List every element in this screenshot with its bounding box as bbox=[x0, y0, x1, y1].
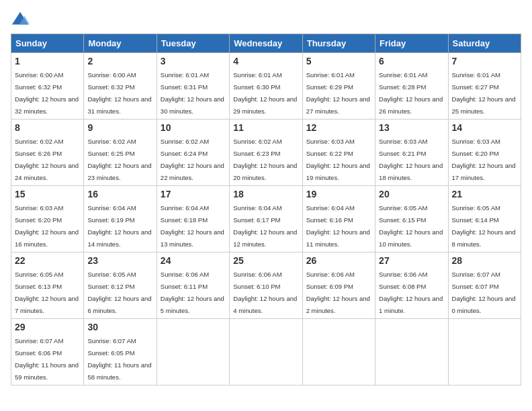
calendar-week-row: 29Sunrise: 6:07 AMSunset: 6:06 PMDayligh… bbox=[11, 319, 521, 385]
day-info: Sunrise: 6:06 AMSunset: 6:08 PMDaylight:… bbox=[379, 271, 443, 314]
day-number: 3 bbox=[161, 56, 226, 66]
day-number: 17 bbox=[161, 189, 226, 199]
calendar-week-row: 22Sunrise: 6:05 AMSunset: 6:13 PMDayligh… bbox=[11, 253, 521, 319]
calendar-week-row: 15Sunrise: 6:03 AMSunset: 6:20 PMDayligh… bbox=[11, 186, 521, 253]
calendar-table: SundayMondayTuesdayWednesdayThursdayFrid… bbox=[11, 34, 521, 385]
day-number: 22 bbox=[15, 255, 80, 266]
day-number: 2 bbox=[87, 56, 152, 66]
day-info: Sunrise: 6:02 AMSunset: 6:26 PMDaylight:… bbox=[15, 138, 79, 181]
calendar-cell: 4Sunrise: 6:01 AMSunset: 6:30 PMDaylight… bbox=[230, 53, 302, 120]
day-info: Sunrise: 6:02 AMSunset: 6:24 PMDaylight:… bbox=[161, 138, 224, 181]
calendar-cell: 25Sunrise: 6:06 AMSunset: 6:10 PMDayligh… bbox=[230, 253, 302, 319]
day-info: Sunrise: 6:02 AMSunset: 6:25 PMDaylight:… bbox=[87, 138, 151, 181]
day-info: Sunrise: 6:04 AMSunset: 6:17 PMDaylight:… bbox=[233, 204, 297, 248]
calendar-cell bbox=[448, 319, 521, 385]
day-number: 18 bbox=[233, 189, 298, 199]
calendar-cell: 1Sunrise: 6:00 AMSunset: 6:32 PMDaylight… bbox=[11, 53, 84, 120]
day-number: 30 bbox=[87, 322, 152, 332]
calendar-cell: 10Sunrise: 6:02 AMSunset: 6:24 PMDayligh… bbox=[157, 120, 229, 186]
calendar-cell bbox=[230, 319, 302, 385]
day-info: Sunrise: 6:03 AMSunset: 6:20 PMDaylight:… bbox=[15, 204, 79, 248]
calendar-cell: 29Sunrise: 6:07 AMSunset: 6:06 PMDayligh… bbox=[11, 319, 84, 385]
calendar-header-row: SundayMondayTuesdayWednesdayThursdayFrid… bbox=[11, 34, 521, 53]
calendar-day-header: Friday bbox=[375, 34, 448, 53]
calendar-week-row: 8Sunrise: 6:02 AMSunset: 6:26 PMDaylight… bbox=[11, 120, 521, 186]
day-number: 1 bbox=[15, 56, 80, 66]
calendar-cell: 2Sunrise: 6:00 AMSunset: 6:32 PMDaylight… bbox=[84, 53, 157, 120]
day-number: 7 bbox=[452, 56, 517, 66]
day-info: Sunrise: 6:06 AMSunset: 6:10 PMDaylight:… bbox=[233, 271, 297, 314]
day-number: 25 bbox=[233, 255, 298, 266]
day-number: 4 bbox=[233, 56, 298, 66]
calendar-day-header: Monday bbox=[84, 34, 157, 53]
calendar-cell: 23Sunrise: 6:05 AMSunset: 6:12 PMDayligh… bbox=[84, 253, 157, 319]
day-info: Sunrise: 6:06 AMSunset: 6:09 PMDaylight:… bbox=[306, 271, 370, 314]
day-number: 12 bbox=[306, 122, 371, 133]
day-info: Sunrise: 6:05 AMSunset: 6:15 PMDaylight:… bbox=[379, 204, 443, 248]
day-number: 8 bbox=[15, 122, 80, 133]
calendar-cell: 27Sunrise: 6:06 AMSunset: 6:08 PMDayligh… bbox=[375, 253, 448, 319]
day-number: 20 bbox=[379, 189, 444, 199]
day-number: 23 bbox=[87, 255, 152, 266]
calendar-cell: 30Sunrise: 6:07 AMSunset: 6:05 PMDayligh… bbox=[84, 319, 157, 385]
page-header bbox=[11, 11, 521, 30]
day-info: Sunrise: 6:03 AMSunset: 6:22 PMDaylight:… bbox=[306, 138, 370, 181]
calendar-day-header: Tuesday bbox=[157, 34, 229, 53]
calendar-cell bbox=[375, 319, 448, 385]
day-info: Sunrise: 6:05 AMSunset: 6:14 PMDaylight:… bbox=[452, 204, 516, 248]
calendar-cell: 3Sunrise: 6:01 AMSunset: 6:31 PMDaylight… bbox=[157, 53, 229, 120]
calendar-cell bbox=[157, 319, 229, 385]
day-info: Sunrise: 6:01 AMSunset: 6:29 PMDaylight:… bbox=[306, 71, 370, 115]
day-info: Sunrise: 6:07 AMSunset: 6:05 PMDaylight:… bbox=[87, 337, 151, 381]
day-number: 15 bbox=[15, 189, 80, 199]
calendar-cell: 6Sunrise: 6:01 AMSunset: 6:28 PMDaylight… bbox=[375, 53, 448, 120]
calendar-cell: 17Sunrise: 6:04 AMSunset: 6:18 PMDayligh… bbox=[157, 186, 229, 253]
day-info: Sunrise: 6:04 AMSunset: 6:16 PMDaylight:… bbox=[306, 204, 370, 248]
calendar-cell: 20Sunrise: 6:05 AMSunset: 6:15 PMDayligh… bbox=[375, 186, 448, 253]
calendar-cell: 15Sunrise: 6:03 AMSunset: 6:20 PMDayligh… bbox=[11, 186, 84, 253]
day-info: Sunrise: 6:03 AMSunset: 6:20 PMDaylight:… bbox=[452, 138, 516, 181]
calendar-cell: 16Sunrise: 6:04 AMSunset: 6:19 PMDayligh… bbox=[84, 186, 157, 253]
day-number: 29 bbox=[15, 322, 80, 332]
calendar-cell: 21Sunrise: 6:05 AMSunset: 6:14 PMDayligh… bbox=[448, 186, 521, 253]
calendar-cell bbox=[302, 319, 375, 385]
day-number: 10 bbox=[161, 122, 226, 133]
day-number: 27 bbox=[379, 255, 444, 266]
day-info: Sunrise: 6:02 AMSunset: 6:23 PMDaylight:… bbox=[233, 138, 297, 181]
day-number: 6 bbox=[379, 56, 444, 66]
day-number: 13 bbox=[379, 122, 444, 133]
day-info: Sunrise: 6:07 AMSunset: 6:06 PMDaylight:… bbox=[15, 337, 79, 381]
day-number: 9 bbox=[87, 122, 152, 133]
day-number: 21 bbox=[452, 189, 517, 199]
calendar-day-header: Saturday bbox=[448, 34, 521, 53]
calendar-week-row: 1Sunrise: 6:00 AMSunset: 6:32 PMDaylight… bbox=[11, 53, 521, 120]
day-number: 28 bbox=[452, 255, 517, 266]
day-number: 24 bbox=[161, 255, 226, 266]
day-info: Sunrise: 6:00 AMSunset: 6:32 PMDaylight:… bbox=[87, 71, 151, 115]
calendar-cell: 8Sunrise: 6:02 AMSunset: 6:26 PMDaylight… bbox=[11, 120, 84, 186]
calendar-cell: 22Sunrise: 6:05 AMSunset: 6:13 PMDayligh… bbox=[11, 253, 84, 319]
calendar-cell: 19Sunrise: 6:04 AMSunset: 6:16 PMDayligh… bbox=[302, 186, 375, 253]
calendar-cell: 24Sunrise: 6:06 AMSunset: 6:11 PMDayligh… bbox=[157, 253, 229, 319]
day-number: 11 bbox=[233, 122, 298, 133]
calendar-cell: 14Sunrise: 6:03 AMSunset: 6:20 PMDayligh… bbox=[448, 120, 521, 186]
calendar-cell: 12Sunrise: 6:03 AMSunset: 6:22 PMDayligh… bbox=[302, 120, 375, 186]
calendar-cell: 7Sunrise: 6:01 AMSunset: 6:27 PMDaylight… bbox=[448, 53, 521, 120]
calendar-cell: 13Sunrise: 6:03 AMSunset: 6:21 PMDayligh… bbox=[375, 120, 448, 186]
calendar-cell: 28Sunrise: 6:07 AMSunset: 6:07 PMDayligh… bbox=[448, 253, 521, 319]
day-info: Sunrise: 6:01 AMSunset: 6:31 PMDaylight:… bbox=[161, 71, 224, 115]
calendar-cell: 18Sunrise: 6:04 AMSunset: 6:17 PMDayligh… bbox=[230, 186, 302, 253]
calendar-day-header: Wednesday bbox=[230, 34, 302, 53]
calendar-day-header: Thursday bbox=[302, 34, 375, 53]
calendar-day-header: Sunday bbox=[11, 34, 84, 53]
day-info: Sunrise: 6:03 AMSunset: 6:21 PMDaylight:… bbox=[379, 138, 443, 181]
logo-icon bbox=[11, 11, 30, 30]
day-number: 26 bbox=[306, 255, 371, 266]
day-info: Sunrise: 6:05 AMSunset: 6:13 PMDaylight:… bbox=[15, 271, 79, 314]
logo bbox=[11, 11, 32, 30]
calendar-cell: 5Sunrise: 6:01 AMSunset: 6:29 PMDaylight… bbox=[302, 53, 375, 120]
day-info: Sunrise: 6:01 AMSunset: 6:30 PMDaylight:… bbox=[233, 71, 297, 115]
calendar-cell: 9Sunrise: 6:02 AMSunset: 6:25 PMDaylight… bbox=[84, 120, 157, 186]
calendar-cell: 26Sunrise: 6:06 AMSunset: 6:09 PMDayligh… bbox=[302, 253, 375, 319]
day-info: Sunrise: 6:05 AMSunset: 6:12 PMDaylight:… bbox=[87, 271, 151, 314]
